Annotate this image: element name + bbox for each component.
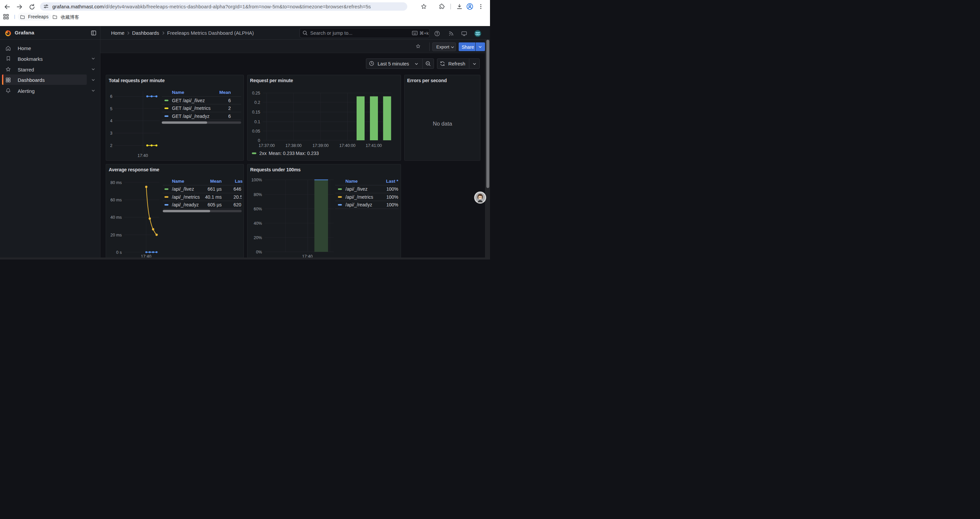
- svg-text:40%: 40%: [253, 221, 262, 226]
- svg-text:20.5 ms: 20.5 ms: [234, 194, 244, 200]
- svg-text:17:40:00: 17:40:00: [339, 143, 356, 148]
- svg-text:620 µs: 620 µs: [234, 202, 244, 208]
- svg-text:/api/_/livez: /api/_/livez: [345, 186, 368, 192]
- svg-text:/api/_/metrics: /api/_/metrics: [172, 194, 200, 200]
- svg-text:17:38:00: 17:38:00: [285, 143, 302, 148]
- svg-text:5: 5: [110, 106, 112, 111]
- svg-text:0.25: 0.25: [252, 91, 260, 96]
- svg-text:Mean: Mean: [219, 89, 231, 94]
- svg-text:0.05: 0.05: [252, 129, 260, 133]
- svg-text:100%: 100%: [251, 178, 262, 182]
- svg-text:Mean: Mean: [210, 179, 222, 184]
- svg-text:100%: 100%: [386, 186, 398, 192]
- svg-text:0.1: 0.1: [254, 120, 260, 124]
- svg-text:661 µs: 661 µs: [207, 186, 221, 192]
- svg-text:17:41:00: 17:41:00: [366, 143, 382, 148]
- svg-text:80 ms: 80 ms: [110, 180, 122, 185]
- svg-text:Last *: Last *: [386, 179, 399, 184]
- svg-text:17:40: 17:40: [137, 153, 148, 158]
- svg-text:2xx: 2xx: [259, 151, 267, 156]
- svg-text:Mean: 0.233: Mean: 0.233: [269, 151, 294, 156]
- svg-text:6: 6: [228, 113, 231, 118]
- svg-text:2: 2: [110, 143, 112, 148]
- svg-text:0.2: 0.2: [254, 100, 260, 105]
- svg-text:0%: 0%: [256, 250, 262, 254]
- svg-text:100%: 100%: [386, 202, 398, 208]
- svg-text:/api/_/metrics: /api/_/metrics: [345, 194, 373, 200]
- svg-text:/api/_/readyz: /api/_/readyz: [172, 202, 199, 208]
- svg-text:2: 2: [228, 105, 231, 111]
- svg-text:6: 6: [228, 97, 231, 103]
- svg-text:40 ms: 40 ms: [110, 215, 122, 220]
- svg-text:3: 3: [110, 131, 112, 136]
- svg-text:0: 0: [258, 138, 260, 143]
- svg-text:17:37:00: 17:37:00: [259, 143, 275, 148]
- svg-text:Las: Las: [235, 179, 242, 184]
- svg-text:20%: 20%: [253, 235, 262, 240]
- svg-text:100%: 100%: [386, 194, 398, 200]
- svg-text:605 µs: 605 µs: [207, 202, 221, 208]
- svg-text:Name: Name: [172, 89, 185, 94]
- svg-text:80%: 80%: [253, 192, 262, 197]
- svg-text:Name: Name: [172, 179, 185, 184]
- svg-text:Name: Name: [345, 179, 358, 184]
- svg-text:/api/_/readyz: /api/_/readyz: [345, 202, 372, 208]
- svg-text:20 ms: 20 ms: [110, 233, 122, 238]
- svg-text:60%: 60%: [253, 207, 262, 211]
- svg-text:/api/_/livez: /api/_/livez: [172, 186, 194, 192]
- svg-text:60 ms: 60 ms: [110, 198, 122, 203]
- svg-text:40.1 ms: 40.1 ms: [205, 194, 222, 200]
- svg-text:0 s: 0 s: [116, 250, 122, 255]
- svg-text:GET /api/_/metrics: GET /api/_/metrics: [172, 105, 211, 111]
- svg-text:17:39:00: 17:39:00: [312, 143, 329, 148]
- svg-text:Max: 0.233: Max: 0.233: [296, 151, 318, 156]
- svg-text:GET /api/_/readyz: GET /api/_/readyz: [172, 113, 210, 118]
- svg-text:0.15: 0.15: [252, 110, 260, 115]
- svg-text:GET /api/_/livez: GET /api/_/livez: [172, 97, 205, 103]
- svg-text:4: 4: [110, 118, 112, 123]
- svg-text:646 µs: 646 µs: [234, 186, 244, 192]
- svg-text:6: 6: [110, 94, 112, 99]
